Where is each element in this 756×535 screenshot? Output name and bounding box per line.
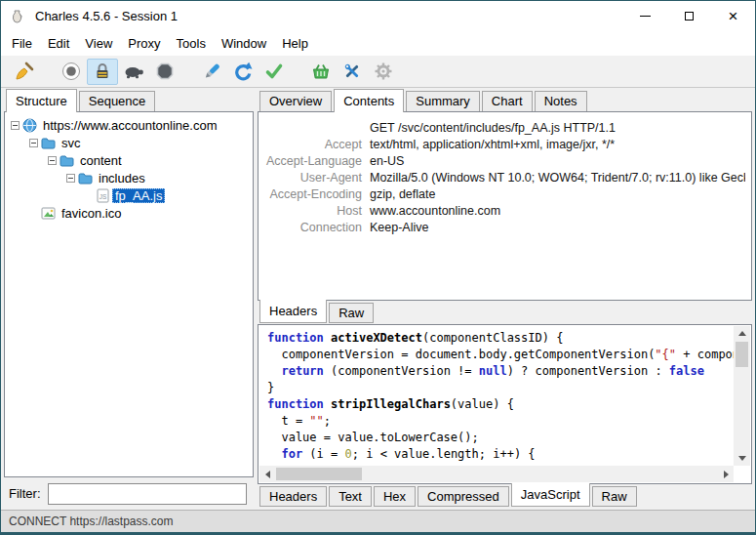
repeat-button[interactable]: [227, 59, 259, 85]
basket-icon: [310, 62, 332, 81]
tree-item-includes[interactable]: includes: [5, 169, 253, 186]
stop-icon: [155, 62, 175, 81]
collapse-toggle-icon[interactable]: [48, 156, 57, 165]
response-code: function activeXDetect(componentClassID)…: [259, 326, 734, 466]
response-tab-text[interactable]: Text: [329, 486, 372, 507]
tree-item-content[interactable]: content: [5, 151, 253, 169]
menu-window[interactable]: Window: [214, 32, 274, 55]
filter-input[interactable]: [48, 483, 248, 505]
globe-icon: [22, 118, 37, 133]
tree-item-favicon-ico[interactable]: favicon.ico: [5, 204, 253, 222]
code-line: }: [267, 380, 734, 396]
tree-item-label: fp_AA.js: [112, 188, 165, 203]
request-tab-headers[interactable]: Headers: [259, 300, 327, 323]
tab-structure[interactable]: Structure: [6, 89, 77, 112]
header-row: Hostwww.accountonline.com: [262, 203, 745, 220]
toolbar-separator: [180, 71, 196, 72]
turtle-icon: [123, 62, 144, 81]
svg-text:JS: JS: [99, 192, 107, 199]
scroll-right-icon[interactable]: [718, 466, 734, 482]
clear-session-button[interactable]: [9, 59, 40, 85]
code-line: t = "";: [267, 413, 734, 430]
header-name: Accept-Encoding: [262, 186, 362, 203]
header-row: Accepttext/html, application/xhtml+xml, …: [262, 137, 745, 153]
vertical-scrollbar[interactable]: [734, 326, 750, 466]
tree-item-label: https://www.accountonline.com: [40, 118, 219, 133]
scroll-down-icon[interactable]: [734, 451, 750, 466]
request-tab-raw[interactable]: Raw: [329, 303, 374, 323]
menu-help[interactable]: Help: [274, 32, 316, 55]
header-value: en-US: [370, 153, 404, 170]
maximize-button[interactable]: [667, 1, 711, 31]
validate-button[interactable]: [259, 59, 290, 85]
menu-proxy[interactable]: Proxy: [120, 32, 168, 55]
menu-edit[interactable]: Edit: [40, 32, 77, 55]
header-name: Accept: [262, 137, 362, 153]
maximize-icon: [685, 12, 694, 21]
vertical-scroll-thumb[interactable]: [736, 342, 748, 367]
tree-item-label: svc: [59, 136, 84, 150]
collapse-toggle-icon[interactable]: [66, 174, 75, 183]
header-value: gzip, deflate: [370, 186, 435, 203]
tab-contents[interactable]: Contents: [334, 89, 404, 112]
tab-chart[interactable]: Chart: [482, 91, 533, 111]
response-viewer: function activeXDetect(componentClassID)…: [258, 324, 752, 484]
structure-panel: StructureSequence https://www.accountonl…: [1, 88, 254, 510]
wrench-icon: [342, 62, 362, 81]
collapse-toggle-icon[interactable]: [11, 121, 20, 130]
right-tab-strip: OverviewContentsSummaryChartNotes: [258, 88, 752, 111]
response-tab-headers[interactable]: Headers: [259, 486, 327, 507]
horizontal-scrollbar[interactable]: [259, 466, 734, 482]
title-bar: Charles 4.5.6 - Session 1 ×: [1, 1, 755, 31]
collapse-toggle-icon[interactable]: [29, 139, 38, 147]
menu-tools[interactable]: Tools: [169, 32, 214, 55]
tab-overview[interactable]: Overview: [259, 91, 332, 111]
tree-item-https-www-accountonline-com[interactable]: https://www.accountonline.com: [5, 116, 253, 134]
close-icon: ×: [729, 8, 738, 24]
tree-item-svc[interactable]: svc: [5, 134, 253, 151]
header-name: Connection: [262, 220, 362, 236]
record-button[interactable]: [56, 59, 87, 85]
window-controls: ×: [623, 1, 755, 31]
header-name: User-Agent: [262, 170, 362, 186]
settings-button[interactable]: [368, 59, 399, 85]
ssl-proxying-button[interactable]: [87, 59, 118, 85]
close-button[interactable]: ×: [711, 1, 755, 31]
menu-view[interactable]: View: [77, 32, 120, 55]
header-row: GET /svc/content/includes/fp_AA.js HTTP/…: [262, 120, 745, 137]
code-line: componentVersion = document.body.getComp…: [267, 347, 734, 363]
tools-button[interactable]: [337, 59, 368, 85]
tree-item-fp-aa-js[interactable]: JSfp_AA.js: [5, 186, 253, 204]
scroll-up-icon[interactable]: [734, 326, 750, 341]
menu-bar: FileEditViewProxyToolsWindowHelp: [1, 31, 755, 56]
charles-window: Charles 4.5.6 - Session 1 × FileEditView…: [0, 0, 756, 535]
scroll-left-icon[interactable]: [259, 466, 275, 482]
header-value: GET /svc/content/includes/fp_AA.js HTTP/…: [370, 120, 616, 137]
shop-button[interactable]: [305, 59, 337, 85]
check-icon: [264, 62, 284, 81]
filter-row: Filter:: [4, 477, 254, 510]
minimize-button[interactable]: [623, 1, 667, 31]
throttling-button[interactable]: [118, 59, 149, 85]
horizontal-scroll-thumb[interactable]: [276, 468, 362, 480]
response-tab-compressed[interactable]: Compressed: [418, 486, 509, 507]
request-tab-strip: HeadersRaw: [258, 301, 752, 324]
folder-icon: [78, 172, 93, 185]
response-tab-raw[interactable]: Raw: [592, 486, 637, 507]
response-tab-strip: HeadersTextHexCompressedJavaScriptRaw: [258, 484, 752, 510]
tab-notes[interactable]: Notes: [535, 91, 587, 111]
tab-sequence[interactable]: Sequence: [79, 91, 156, 111]
response-tab-hex[interactable]: Hex: [374, 486, 416, 507]
compose-button[interactable]: [196, 59, 227, 85]
header-name: [262, 120, 362, 137]
tree-item-label: content: [77, 153, 125, 168]
js-file-icon: JS: [97, 188, 109, 203]
folder-icon: [41, 137, 56, 149]
response-tab-javascript[interactable]: JavaScript: [511, 483, 590, 507]
tab-summary[interactable]: Summary: [406, 91, 480, 111]
toolbar-separator: [290, 71, 305, 72]
menu-file[interactable]: File: [4, 32, 40, 55]
header-row: Accept-Encodinggzip, deflate: [262, 186, 745, 203]
breakpoints-button[interactable]: [149, 59, 180, 85]
header-value: text/html, application/xhtml+xml, image/…: [370, 137, 615, 153]
